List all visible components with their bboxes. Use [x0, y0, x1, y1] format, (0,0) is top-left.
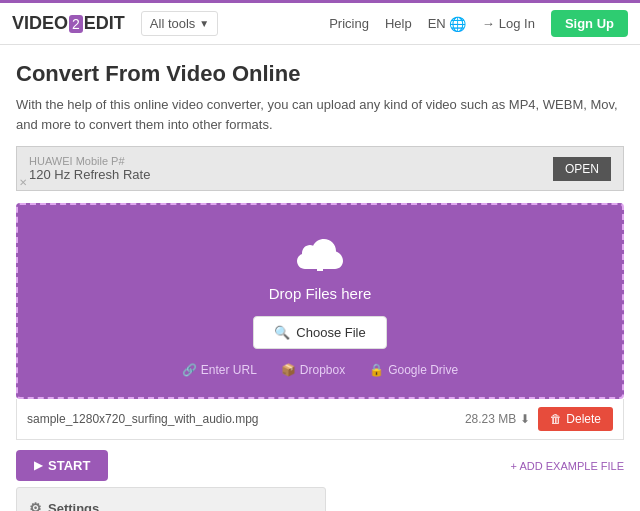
nav-right: Pricing Help EN 🌐 → Log In Sign Up: [329, 10, 628, 37]
dropbox-icon: 📦: [281, 363, 296, 377]
login-button[interactable]: → Log In: [482, 16, 535, 31]
upload-links: 🔗 Enter URL 📦 Dropbox 🔒 Google Drive: [182, 363, 458, 377]
login-label: Log In: [499, 16, 535, 31]
signup-button[interactable]: Sign Up: [551, 10, 628, 37]
logo-prefix: VIDEO: [12, 13, 68, 34]
all-tools-label: All tools: [150, 16, 196, 31]
chevron-down-icon: ▼: [199, 18, 209, 29]
logo[interactable]: VIDEO 2 EDIT: [12, 13, 125, 34]
start-label: START: [48, 458, 90, 473]
file-size-value: 28.23 MB: [465, 412, 516, 426]
help-link[interactable]: Help: [385, 16, 412, 31]
language-selector[interactable]: EN 🌐: [428, 16, 466, 32]
toolbar: ▶ START + ADD EXAMPLE FILE: [16, 440, 624, 487]
file-size: 28.23 MB ⬇: [465, 412, 530, 426]
settings-title: ⚙ Settings: [29, 500, 313, 511]
ad-label: HUAWEI Mobile P#: [29, 155, 150, 167]
choose-file-button[interactable]: 🔍 Choose File: [253, 316, 386, 349]
settings-panel: ⚙ Settings Convert video file(s) to: AVI…: [16, 487, 326, 511]
start-button[interactable]: ▶ START: [16, 450, 108, 481]
link-icon: 🔗: [182, 363, 197, 377]
delete-button[interactable]: 🗑 Delete: [538, 407, 613, 431]
logo-suffix: EDIT: [84, 13, 125, 34]
ad-close-icon[interactable]: ✕: [19, 177, 27, 188]
choose-file-label: Choose File: [296, 325, 365, 340]
trash-icon: 🗑: [550, 412, 562, 426]
upload-cloud-icon: [292, 233, 348, 277]
drop-files-text: Drop Files here: [269, 285, 372, 302]
ad-banner: HUAWEI Mobile P# 120 Hz Refresh Rate OPE…: [16, 146, 624, 191]
page-description: With the help of this online video conve…: [16, 95, 624, 134]
logo-num: 2: [69, 15, 83, 33]
drop-zone[interactable]: Drop Files here 🔍 Choose File 🔗 Enter UR…: [16, 203, 624, 399]
google-drive-label: Google Drive: [388, 363, 458, 377]
settings-gear-icon: ⚙: [29, 500, 42, 511]
enter-url-link[interactable]: 🔗 Enter URL: [182, 363, 257, 377]
header: VIDEO 2 EDIT All tools ▼ Pricing Help EN…: [0, 3, 640, 45]
ad-body: 120 Hz Refresh Rate: [29, 167, 150, 182]
pricing-link[interactable]: Pricing: [329, 16, 369, 31]
dropbox-label: Dropbox: [300, 363, 345, 377]
search-icon: 🔍: [274, 325, 290, 340]
ad-content: HUAWEI Mobile P# 120 Hz Refresh Rate: [29, 155, 150, 182]
file-name: sample_1280x720_surfing_with_audio.mpg: [27, 412, 457, 426]
download-icon: ⬇: [520, 412, 530, 426]
play-icon: ▶: [34, 459, 42, 472]
dropbox-link[interactable]: 📦 Dropbox: [281, 363, 345, 377]
page-title: Convert From Video Online: [16, 61, 624, 87]
file-row: sample_1280x720_surfing_with_audio.mpg 2…: [16, 399, 624, 440]
settings-title-label: Settings: [48, 501, 99, 512]
language-label: EN: [428, 16, 446, 31]
login-arrow-icon: →: [482, 16, 495, 31]
ad-open-button[interactable]: OPEN: [553, 157, 611, 181]
main-content: Convert From Video Online With the help …: [0, 45, 640, 511]
add-example-file-link[interactable]: + ADD EXAMPLE FILE: [511, 460, 624, 472]
delete-label: Delete: [566, 412, 601, 426]
enter-url-label: Enter URL: [201, 363, 257, 377]
all-tools-button[interactable]: All tools ▼: [141, 11, 218, 36]
google-drive-icon: 🔒: [369, 363, 384, 377]
globe-icon: 🌐: [449, 16, 466, 32]
google-drive-link[interactable]: 🔒 Google Drive: [369, 363, 458, 377]
